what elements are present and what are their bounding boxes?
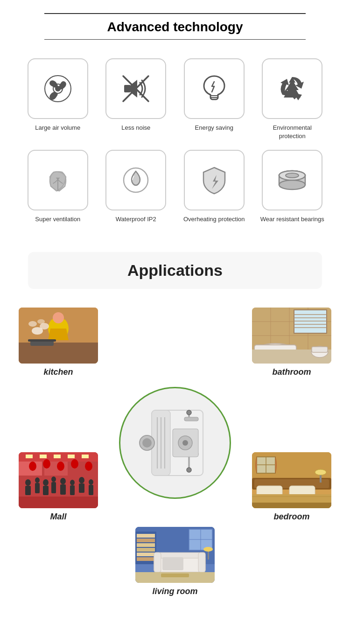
center-fan-device: [119, 387, 231, 499]
svg-rect-123: [162, 557, 183, 570]
svg-point-83: [43, 479, 49, 486]
svg-rect-56: [188, 456, 190, 468]
wear-resistant-icon-box: [262, 150, 322, 210]
bathroom-scene-svg: [252, 308, 331, 364]
recycle-icon: [276, 72, 308, 105]
feature-waterproof: Waterproof IP2: [103, 150, 168, 224]
bedroom-scene-svg: [252, 452, 331, 508]
svg-rect-118: [137, 557, 155, 561]
fan-device-svg: [124, 392, 226, 494]
feature-wear-resistant: Wear resistant bearings: [259, 150, 325, 224]
svg-rect-3: [124, 85, 131, 92]
svg-rect-115: [137, 543, 155, 547]
svg-point-60: [187, 410, 191, 415]
mall-scene-svg: [19, 452, 98, 508]
svg-rect-117: [137, 553, 155, 556]
svg-point-89: [70, 480, 75, 485]
features-row-1: Large air volume: [0, 44, 350, 145]
bathroom-label: bathroom: [273, 367, 311, 377]
overheating-icon-box: [184, 150, 245, 210]
applications-section: Applications: [0, 252, 350, 588]
svg-point-27: [37, 319, 45, 324]
less-noise-label: Less noise: [121, 124, 150, 132]
svg-rect-29: [28, 339, 56, 342]
svg-rect-21: [19, 343, 98, 364]
large-air-volume-label: Large air volume: [35, 124, 80, 132]
svg-point-77: [71, 459, 78, 469]
svg-point-26: [28, 321, 37, 327]
svg-rect-70: [82, 455, 89, 458]
svg-rect-84: [43, 486, 49, 495]
svg-point-78: [85, 462, 92, 471]
svg-rect-67: [40, 455, 47, 458]
svg-rect-82: [35, 483, 40, 493]
super-ventilation-icon-box: [28, 150, 88, 210]
svg-rect-129: [208, 550, 209, 560]
energy-saving-label: Energy saving: [195, 124, 233, 132]
kitchen-scene-svg: [19, 308, 98, 364]
svg-point-74: [29, 462, 36, 471]
applications-title-box: Applications: [28, 252, 322, 289]
svg-rect-113: [137, 534, 155, 538]
drop-icon: [119, 164, 152, 196]
kitchen-label: kitchen: [43, 367, 73, 377]
svg-point-93: [89, 479, 93, 485]
svg-rect-90: [70, 485, 75, 495]
app-living-room: living room: [135, 527, 215, 596]
applications-title: Applications: [28, 261, 322, 280]
svg-rect-125: [161, 574, 189, 577]
svg-point-57: [187, 468, 191, 472]
svg-point-81: [35, 477, 40, 483]
svg-rect-66: [26, 455, 33, 458]
environmental-icon-box: [262, 58, 322, 119]
svg-point-25: [40, 323, 49, 329]
svg-rect-47: [312, 347, 328, 352]
radiation-icon: [42, 72, 74, 105]
applications-grid: kitchen: [0, 298, 350, 588]
living-room-image: [135, 527, 215, 583]
leaf-icon: [42, 164, 74, 196]
advanced-title: Advanced technology: [0, 0, 350, 44]
svg-rect-37: [294, 310, 327, 333]
waterproof-icon-box: [105, 150, 166, 210]
app-kitchen: kitchen: [19, 308, 98, 377]
svg-rect-95: [19, 497, 98, 508]
feature-environmental: Environmental protection: [259, 58, 325, 140]
mall-label: Mall: [50, 512, 66, 522]
waterproof-label: Waterproof IP2: [116, 215, 156, 224]
svg-point-87: [60, 478, 66, 484]
mall-image: [19, 452, 98, 508]
advanced-section: Advanced technology Lar: [0, 0, 350, 229]
feature-super-ventilation: Super ventilation: [25, 150, 91, 224]
svg-point-85: [51, 476, 56, 482]
large-air-volume-icon-box: [28, 58, 88, 119]
svg-rect-114: [137, 539, 155, 542]
svg-rect-107: [252, 503, 331, 508]
bedroom-label: bedroom: [273, 512, 309, 522]
svg-point-54: [142, 438, 152, 448]
svg-point-130: [203, 547, 213, 552]
no-sound-icon: [119, 72, 152, 105]
bedroom-image: [252, 452, 331, 508]
svg-rect-86: [51, 482, 56, 493]
svg-rect-122: [198, 553, 205, 572]
app-bathroom: bathroom: [252, 308, 331, 377]
feature-energy-saving: Energy saving: [182, 58, 247, 132]
feature-overheating: Overheating protection: [182, 150, 247, 224]
kitchen-image: [19, 308, 98, 364]
overheating-label: Overheating protection: [183, 215, 245, 224]
svg-rect-80: [25, 486, 31, 495]
svg-rect-68: [54, 455, 61, 458]
svg-point-16: [286, 173, 299, 178]
less-noise-icon-box: [105, 58, 166, 119]
living-room-label: living room: [152, 587, 197, 596]
svg-rect-92: [79, 483, 84, 493]
bearing-icon: [276, 164, 308, 196]
svg-point-91: [79, 477, 84, 483]
app-mall: Mall: [19, 452, 98, 522]
svg-rect-94: [89, 485, 93, 495]
svg-rect-121: [154, 553, 161, 572]
svg-point-14: [279, 180, 305, 189]
feature-large-air-volume: Large air volume: [25, 58, 91, 132]
feature-less-noise: Less noise: [103, 58, 168, 132]
